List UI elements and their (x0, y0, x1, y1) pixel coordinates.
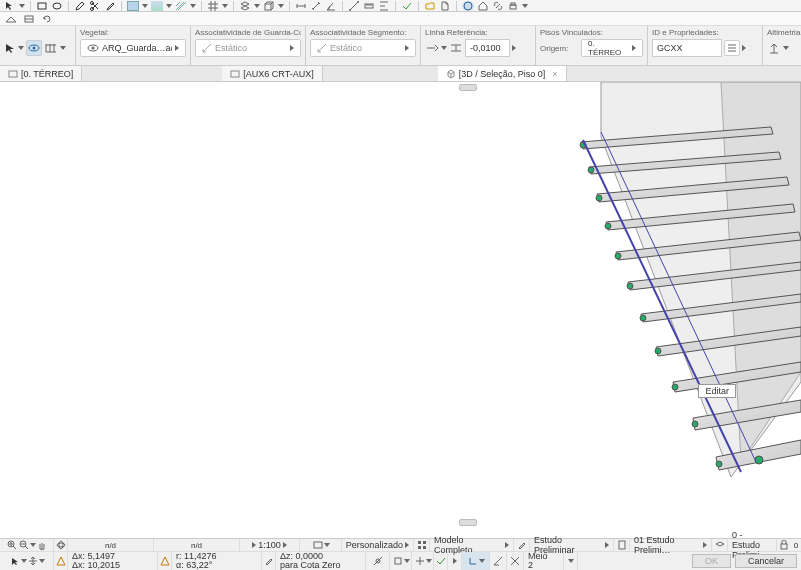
dropdown-icon[interactable] (522, 4, 528, 8)
measure-icon[interactable] (348, 1, 360, 11)
snap-perp-icon[interactable] (468, 556, 478, 566)
pencil-sm-icon[interactable] (264, 556, 274, 566)
pen-icon[interactable] (517, 540, 527, 550)
ruler-icon[interactable] (363, 1, 375, 11)
section-icon[interactable] (22, 13, 36, 25)
fill-icon[interactable] (127, 1, 139, 11)
plane-icon[interactable] (4, 13, 18, 25)
dropdown-icon[interactable] (441, 46, 447, 50)
expand-icon[interactable] (512, 45, 516, 51)
dim1-icon[interactable] (295, 1, 307, 11)
warn-icon[interactable] (56, 556, 66, 566)
play-icon[interactable] (453, 558, 457, 564)
estudo2-cell[interactable]: 01 Estudo Prelimi… (630, 539, 712, 551)
dropdown-icon[interactable] (18, 46, 24, 50)
dropdown-icon[interactable] (278, 4, 284, 8)
person-cell[interactable]: Personalizado (342, 539, 414, 551)
check-icon[interactable] (401, 1, 413, 11)
grid4-icon[interactable] (417, 540, 427, 550)
vegetal-selector[interactable]: ARQ_Guarda…ao.ARQ_3D (80, 39, 186, 57)
dropdown-icon[interactable] (568, 559, 574, 563)
visibility-btn[interactable] (26, 40, 42, 56)
globe-icon[interactable] (462, 1, 474, 11)
pisos-selector[interactable]: 0. TÉRREO (581, 39, 643, 57)
zoom-out-icon[interactable] (19, 540, 29, 550)
eyedrop-icon[interactable] (104, 1, 116, 11)
rect-icon[interactable] (36, 1, 48, 11)
zoom-in-icon[interactable] (7, 540, 17, 550)
doc-icon[interactable] (439, 1, 451, 11)
modelo-cell[interactable]: Modelo Completo (430, 539, 514, 551)
splitter-handle[interactable] (459, 84, 477, 91)
orbit-icon[interactable] (56, 540, 66, 550)
dropdown-icon[interactable] (19, 4, 25, 8)
dropdown-icon[interactable] (479, 559, 485, 563)
snap-int-icon[interactable] (510, 556, 520, 566)
tab-3d[interactable]: [3D / Seleção, Piso 0] × (438, 66, 567, 81)
grid-icon[interactable] (207, 1, 219, 11)
expand-icon[interactable] (742, 45, 746, 51)
refresh-icon[interactable] (40, 13, 54, 25)
check2-icon[interactable] (436, 556, 446, 566)
splitter-handle[interactable] (459, 519, 477, 526)
dropdown-icon[interactable] (166, 4, 172, 8)
scissors-icon[interactable] (89, 1, 101, 11)
house-icon[interactable] (477, 1, 489, 11)
gradient-icon[interactable] (151, 1, 163, 11)
viewport-3d[interactable]: Editar (0, 82, 801, 528)
scale-cell[interactable]: 1:100 (240, 539, 300, 551)
estudo-cell[interactable]: Estudo Preliminar (530, 539, 614, 551)
dropdown-icon[interactable] (783, 46, 789, 50)
snap2-icon[interactable] (393, 556, 403, 566)
ellipse-icon[interactable] (51, 1, 63, 11)
dropdown-icon[interactable] (190, 4, 196, 8)
angle-icon[interactable] (325, 1, 337, 11)
dropdown-icon[interactable] (254, 4, 260, 8)
assoc-corpo-selector[interactable]: Estático (195, 39, 301, 57)
snap-angle-icon[interactable] (493, 556, 503, 566)
estudo3-cell[interactable]: 0 - Estudo Prelimi… (728, 539, 777, 551)
hatch-icon[interactable] (175, 1, 187, 11)
linha-ref-input[interactable] (465, 39, 510, 57)
ref-left-icon[interactable] (425, 42, 439, 54)
tab-aux[interactable]: [AUX6 CRT-AUX] (222, 66, 322, 81)
hand-icon[interactable] (37, 540, 47, 550)
dropdown-icon[interactable] (324, 543, 330, 547)
elev-icon[interactable] (767, 41, 781, 55)
arrow-dark-icon[interactable] (4, 42, 16, 54)
editar-tooltip[interactable]: Editar (698, 384, 736, 398)
link-icon[interactable] (492, 1, 504, 11)
close-icon[interactable]: × (552, 69, 557, 79)
dropdown-icon[interactable] (60, 46, 66, 50)
move-icon[interactable] (28, 556, 38, 566)
ok-button[interactable]: OK (692, 554, 731, 568)
dropdown-icon[interactable] (426, 559, 432, 563)
display-icon[interactable] (313, 540, 323, 550)
layers-icon[interactable] (239, 1, 251, 11)
dropdown-icon[interactable] (21, 559, 27, 563)
folder-icon[interactable] (424, 1, 436, 11)
offset-icon[interactable] (449, 42, 463, 54)
print-icon[interactable] (507, 1, 519, 11)
dropdown-icon[interactable] (404, 559, 410, 563)
dropdown-icon[interactable] (142, 4, 148, 8)
dropdown-icon[interactable] (39, 559, 45, 563)
tab-terreo[interactable]: [0. TÉRREO] (0, 66, 82, 81)
id-input[interactable] (652, 39, 722, 57)
dropdown-icon[interactable] (222, 4, 228, 8)
cursor-sm-icon[interactable] (10, 556, 20, 566)
doc-sm-icon[interactable] (618, 540, 626, 550)
cancel-button[interactable]: Cancelar (735, 554, 797, 568)
dropdown-icon[interactable] (30, 543, 36, 547)
lock-icon[interactable] (780, 540, 788, 550)
assoc-seg-selector[interactable]: Estático (310, 39, 416, 57)
layer-sm-icon[interactable] (715, 540, 725, 550)
railing-icon[interactable] (44, 42, 58, 54)
cursor-icon[interactable] (4, 1, 16, 11)
snap3-icon[interactable] (415, 556, 425, 566)
align-icon[interactable] (378, 1, 390, 11)
warn2-icon[interactable] (160, 556, 170, 566)
snap1-icon[interactable] (373, 556, 383, 566)
list-btn[interactable] (724, 40, 740, 56)
box-icon[interactable] (263, 1, 275, 11)
